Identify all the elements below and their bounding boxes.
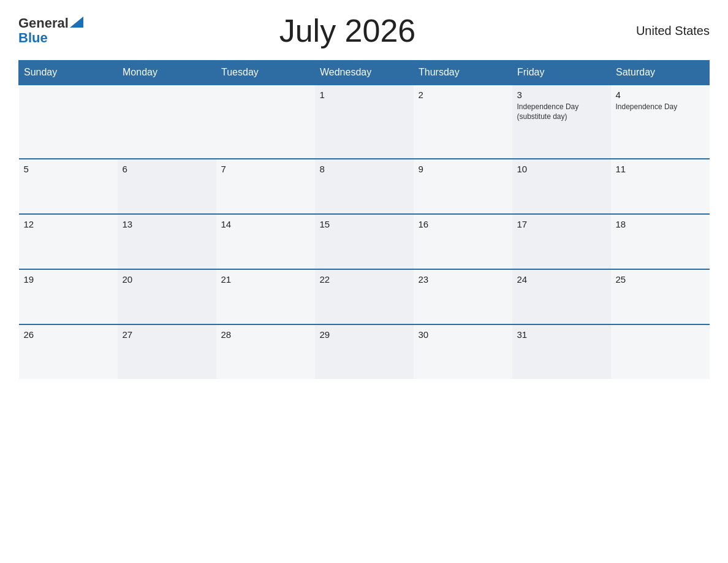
day-header-thursday: Thursday	[414, 61, 512, 85]
calendar-cell: 10	[512, 159, 611, 214]
day-number: 2	[419, 90, 507, 100]
calendar-cell: 6	[118, 159, 216, 214]
week-row-2: 567891011	[19, 159, 710, 214]
day-number: 1	[320, 90, 409, 100]
day-number: 14	[221, 219, 310, 229]
day-number: 27	[123, 329, 211, 340]
logo: General Blue	[18, 16, 83, 45]
day-header-monday: Monday	[118, 61, 216, 85]
calendar-cell: 11	[611, 159, 710, 214]
calendar-body: 123Independence Day (substitute day)4Ind…	[19, 85, 710, 379]
day-number: 21	[221, 274, 310, 285]
calendar-cell	[611, 324, 710, 379]
calendar-cell: 26	[19, 324, 118, 379]
day-number: 22	[320, 274, 409, 285]
calendar-cell: 16	[414, 214, 512, 269]
calendar-cell: 19	[19, 269, 118, 324]
day-number: 25	[616, 274, 705, 285]
day-number: 18	[616, 219, 705, 229]
logo-triangle-icon	[70, 17, 83, 28]
day-header-saturday: Saturday	[611, 61, 710, 85]
week-row-4: 19202122232425	[19, 269, 710, 324]
calendar-cell: 4Independence Day	[611, 85, 710, 159]
day-number: 5	[24, 164, 113, 174]
calendar-cell: 31	[512, 324, 611, 379]
day-header-wednesday: Wednesday	[315, 61, 414, 85]
day-header-friday: Friday	[512, 61, 611, 85]
days-of-week-row: SundayMondayTuesdayWednesdayThursdayFrid…	[19, 61, 710, 85]
week-row-1: 123Independence Day (substitute day)4Ind…	[19, 85, 710, 159]
day-number: 31	[517, 329, 606, 340]
day-number: 8	[320, 164, 409, 174]
day-number: 20	[123, 274, 211, 285]
day-number: 11	[616, 164, 705, 174]
calendar-table: SundayMondayTuesdayWednesdayThursdayFrid…	[18, 60, 710, 379]
calendar-cell: 9	[414, 159, 512, 214]
calendar-cell: 12	[19, 214, 118, 269]
calendar-header: SundayMondayTuesdayWednesdayThursdayFrid…	[19, 61, 710, 85]
week-row-3: 12131415161718	[19, 214, 710, 269]
day-number: 24	[517, 274, 606, 285]
calendar-cell: 18	[611, 214, 710, 269]
calendar-cell	[19, 85, 118, 159]
day-number: 12	[24, 219, 113, 229]
calendar-cell: 14	[216, 214, 315, 269]
week-row-5: 262728293031	[19, 324, 710, 379]
calendar-cell: 22	[315, 269, 414, 324]
calendar-cell: 23	[414, 269, 512, 324]
calendar-cell: 13	[118, 214, 216, 269]
calendar-cell: 5	[19, 159, 118, 214]
calendar-cell: 25	[611, 269, 710, 324]
holiday-label: Independence Day (substitute day)	[517, 102, 606, 121]
day-number: 30	[419, 329, 507, 340]
month-title: July 2026	[83, 12, 612, 49]
page-header: General Blue July 2026 United States	[18, 12, 710, 49]
logo-blue-text: Blue	[18, 31, 48, 45]
holiday-label: Independence Day	[616, 102, 705, 112]
day-number: 26	[24, 329, 113, 340]
calendar-cell: 7	[216, 159, 315, 214]
svg-marker-0	[70, 17, 83, 28]
logo-general-text: General	[18, 16, 69, 31]
day-number: 6	[123, 164, 211, 174]
calendar-cell: 17	[512, 214, 611, 269]
day-number: 29	[320, 329, 409, 340]
day-number: 4	[616, 90, 705, 100]
day-number: 23	[419, 274, 507, 285]
day-header-tuesday: Tuesday	[216, 61, 315, 85]
country-label: United States	[612, 24, 710, 38]
day-number: 16	[419, 219, 507, 229]
day-number: 7	[221, 164, 310, 174]
day-number: 13	[123, 219, 211, 229]
calendar-cell: 28	[216, 324, 315, 379]
calendar-cell: 3Independence Day (substitute day)	[512, 85, 611, 159]
calendar-cell: 21	[216, 269, 315, 324]
calendar-cell: 27	[118, 324, 216, 379]
day-number: 10	[517, 164, 606, 174]
day-number: 19	[24, 274, 113, 285]
calendar-cell: 30	[414, 324, 512, 379]
calendar-cell: 2	[414, 85, 512, 159]
day-number: 15	[320, 219, 409, 229]
day-number: 17	[517, 219, 606, 229]
calendar-cell: 15	[315, 214, 414, 269]
calendar-cell: 8	[315, 159, 414, 214]
calendar-cell: 1	[315, 85, 414, 159]
day-number: 9	[419, 164, 507, 174]
calendar-cell: 20	[118, 269, 216, 324]
day-number: 3	[517, 90, 606, 100]
calendar-cell	[118, 85, 216, 159]
day-header-sunday: Sunday	[19, 61, 118, 85]
calendar-cell	[216, 85, 315, 159]
calendar-cell: 24	[512, 269, 611, 324]
calendar-cell: 29	[315, 324, 414, 379]
day-number: 28	[221, 329, 310, 340]
